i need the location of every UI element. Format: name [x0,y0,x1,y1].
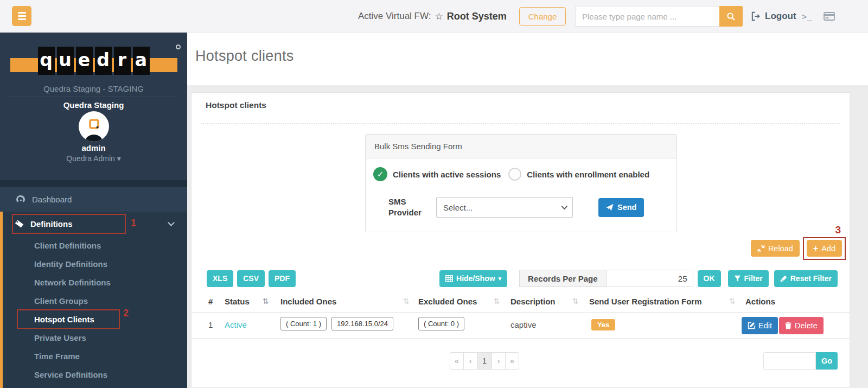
sidebar-item-hotspot-clients[interactable]: Hotspot Clients 2 [3,310,187,328]
refresh-icon [757,245,765,252]
search-input[interactable] [575,6,719,27]
page-search [575,6,743,27]
records-per-page-label: Records Per Page [519,270,606,287]
send-button[interactable]: Send [598,198,644,217]
reload-button[interactable]: Reload [751,240,800,257]
definitions-block: Definitions 1 Client Definitions Identit… [0,212,187,388]
pagination: « ‹ 1 › » [450,352,519,370]
pagination-first[interactable]: « [450,352,464,370]
logo-letter: e [76,47,93,75]
sidebar-item-private-users[interactable]: Private Users [3,328,187,347]
export-csv-button[interactable]: CSV [237,270,265,287]
active-fw-label: Active Virtual FW: [358,11,431,22]
change-fw-button[interactable]: Change [519,7,566,26]
delete-button[interactable]: Delete [779,317,824,334]
sort-icon[interactable]: ⇅ [572,297,579,306]
add-button[interactable]: + Add [807,240,842,257]
table-toolbar: XLS CSV PDF Hide/Show ▾ Records Per Page… [207,270,838,287]
search-button[interactable] [719,6,743,27]
goto-page-group: Go [763,352,838,370]
reset-filter-button[interactable]: Reset Filter [774,270,838,287]
logout-icon [751,11,761,21]
send-label: Send [617,203,636,212]
filter-label: Filter [744,274,763,283]
payment-card-icon[interactable] [824,0,835,33]
caret-down-icon: ▾ [117,154,121,163]
records-per-page-input[interactable] [607,270,693,287]
dashboard-icon [16,195,25,204]
logo-letter: u [57,47,74,75]
sidebar-item-definitions[interactable]: Definitions 1 [3,212,187,236]
sms-provider-row: SMS Provider Select... Send [373,196,669,219]
th-description[interactable]: Description [510,297,556,306]
caret-down-icon: ▾ [499,275,502,282]
annotation-number-2: 2 [123,308,129,319]
sort-icon[interactable]: ⇅ [729,297,736,306]
target-radio-row: ✓ Clients with active sessions Clients w… [373,167,669,181]
th-excluded-ones[interactable]: Excluded Ones [418,297,477,306]
paper-plane-icon [606,203,614,211]
table-row: 1 Active ( Count: 1 ) 192.168.15.0/24 ( … [192,313,850,339]
sidebar-item-identity-definitions[interactable]: Identity Definitions [3,255,187,273]
edit-label: Edit [758,321,772,330]
th-included-ones[interactable]: Included Ones [280,297,336,306]
hotspot-clients-panel: Hotspot clients Bulk Sms Sending Form ✓ … [191,92,850,388]
logout-button[interactable]: Logout [751,0,796,33]
reset-filter-label: Reset Filter [790,274,832,283]
export-xls-button[interactable]: XLS [207,270,233,287]
sort-icon[interactable]: ⇅ [403,297,410,306]
active-fw-name: Root System [447,11,507,22]
tenant-label: Quedra Staging - STAGING [0,84,187,93]
panel-title: Hotspot clients [206,100,266,110]
add-button-wrap: + Add 3 [807,240,842,257]
records-per-page-group: Records Per Page [519,270,693,287]
sidebar-item-client-definitions[interactable]: Client Definitions [3,236,187,255]
send-form-badge: Yes [591,319,615,330]
sms-provider-value: Select... [443,203,473,212]
pagination-prev[interactable]: ‹ [463,352,477,370]
delete-label: Delete [795,321,818,330]
export-buttons: XLS CSV PDF [207,270,296,287]
description-cell: captive [510,320,537,329]
edit-button[interactable]: Edit [742,317,778,334]
brush-icon [780,275,787,282]
sort-icon[interactable]: ⇅ [263,297,269,306]
hide-show-dropdown[interactable]: Hide/Show ▾ [439,270,507,287]
th-index[interactable]: # [208,297,213,306]
role-dropdown[interactable]: Quedra Admin ▾ [0,154,187,163]
th-send-user-registration-form[interactable]: Send User Registration Form [589,297,702,306]
chevron-down-icon [561,203,567,209]
pagination-next[interactable]: › [492,352,506,370]
sidebar-item-dashboard[interactable]: Dashboard [0,187,187,212]
sidebar: q u e d r a Quedra Staging - STAGING Que… [0,33,187,388]
radio-active-sessions[interactable]: ✓ [373,167,387,181]
sidebar-toggle-button[interactable] [12,6,31,26]
plus-icon: + [813,244,818,253]
sms-provider-select[interactable]: Select... [436,197,573,218]
screen: Active Virtual FW: ☆ Root System Change … [0,0,868,388]
bulk-sms-form-title: Bulk Sms Sending Form [366,135,676,158]
sidebar-item-network-definitions[interactable]: Network Definitions [3,273,187,291]
pagination-last[interactable]: » [505,352,519,370]
export-pdf-button[interactable]: PDF [269,270,296,287]
sidebar-item-client-groups[interactable]: Client Groups [3,291,187,310]
sidebar-item-time-frame[interactable]: Time Frame [3,347,187,365]
logo-letter: a [133,47,150,75]
topbar: Active Virtual FW: ☆ Root System Change … [0,0,868,33]
sort-icon[interactable]: ⇅ [494,297,500,306]
sidebar-item-service-definitions[interactable]: Service Definitions [3,365,187,384]
th-status[interactable]: Status [225,297,250,306]
go-button[interactable]: Go [816,352,838,370]
terminal-icon[interactable]: >_ [802,0,812,33]
radio-enrollment-enabled[interactable] [508,168,521,181]
pagination-page-1[interactable]: 1 [477,352,492,370]
org-name: Quedra Staging [0,100,187,110]
goto-page-input[interactable] [763,352,816,370]
radio-enrollment-enabled-label: Clients with enrollment enabled [527,170,649,179]
th-actions: Actions [745,297,775,306]
annotation-number-3: 3 [835,224,841,236]
logo-letter: q [38,47,55,75]
ok-button[interactable]: OK [698,270,721,287]
status-link[interactable]: Active [225,320,247,329]
filter-button[interactable]: Filter [728,270,769,287]
